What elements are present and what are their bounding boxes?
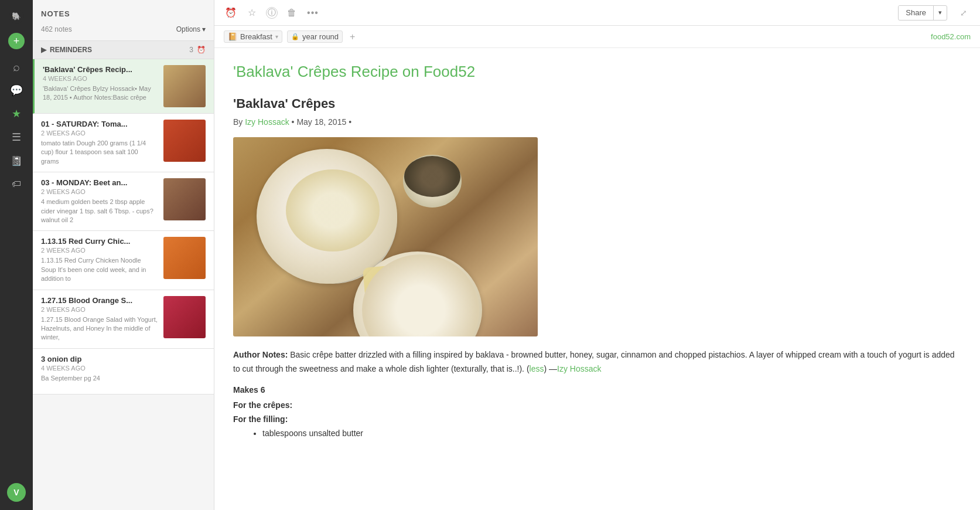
note-main-title: 'Baklava' Crêpes Recipe on Food52 — [233, 62, 961, 82]
share-button[interactable]: Share — [899, 6, 933, 19]
filling-section-title: For the filling: — [233, 414, 961, 424]
notes-count-row: 462 notes Options ▾ — [41, 23, 206, 36]
toolbar: ⏰ ☆ ⓘ 🗑 ••• Share ▾ ⤢ — [214, 0, 980, 26]
note-date: 4 WEEKS AGO — [43, 75, 158, 82]
tag-label: year round — [302, 32, 339, 41]
chevron-right-icon: ▶ — [41, 46, 46, 54]
note-date: 2 WEEKS AGO — [41, 188, 158, 195]
recipe-title: 'Baklava' Crêpes — [233, 96, 961, 111]
tags-nav-icon[interactable]: 🏷 — [6, 174, 27, 195]
crepes-section-title: For the crêpes: — [233, 400, 961, 410]
note-date: 2 WEEKS AGO — [41, 306, 158, 313]
note-text: 01 - SATURDAY: Toma... 2 WEEKS AGO tomat… — [41, 120, 158, 166]
note-title: 1.27.15 Blood Orange S... — [41, 296, 158, 305]
note-preview: 1.27.15 Blood Orange Salad with Yogurt, … — [41, 315, 158, 342]
author-prefix: By — [233, 117, 243, 127]
note-date: 2 WEEKS AGO — [41, 130, 158, 137]
note-preview: 1.13.15 Red Curry Chicken Noodle Soup It… — [41, 256, 158, 283]
expand-button[interactable]: ⤢ — [957, 6, 971, 20]
list-item[interactable]: 'Baklava' Crêpes Recip... 4 WEEKS AGO 'B… — [33, 59, 214, 114]
note-text: 'Baklava' Crêpes Recip... 4 WEEKS AGO 'B… — [43, 65, 158, 107]
trash-icon[interactable]: 🗑 — [285, 6, 299, 20]
source-link[interactable]: food52.com — [931, 32, 971, 41]
notebook-label: Breakfast — [240, 32, 272, 41]
note-text: 1.13.15 Red Curry Chic... 2 WEEKS AGO 1.… — [41, 237, 158, 283]
note-thumbnail — [163, 120, 206, 162]
note-title: 01 - SATURDAY: Toma... — [41, 120, 158, 128]
author-date: May 18, 2015 — [296, 117, 346, 127]
reminders-label: REMINDERS — [50, 46, 92, 54]
note-thumbnail — [163, 296, 206, 338]
reminders-row[interactable]: ▶ REMINDERS 3 ⏰ — [33, 40, 214, 59]
note-text: 03 - MONDAY: Beet an... 2 WEEKS AGO 4 me… — [41, 178, 158, 225]
list-item[interactable]: 01 - SATURDAY: Toma... 2 WEEKS AGO tomat… — [33, 114, 214, 172]
user-avatar[interactable]: V — [6, 482, 27, 503]
notebook-chevron-icon: ▾ — [275, 33, 278, 40]
new-note-button[interactable]: + — [8, 33, 25, 49]
note-thumbnail — [163, 237, 206, 279]
recipe-author: By Izy Hossack • May 18, 2015 • — [233, 117, 961, 127]
share-button-group: Share ▾ — [898, 5, 947, 21]
add-tag-button[interactable]: + — [347, 30, 357, 43]
note-text: 1.27.15 Blood Orange S... 2 WEEKS AGO 1.… — [41, 296, 158, 342]
recipe-notes: Author Notes: Basic crêpe batter drizzle… — [233, 348, 961, 376]
options-button[interactable]: Options ▾ — [176, 25, 206, 33]
notes-panel: NOTES 462 notes Options ▾ ▶ REMINDERS 3 … — [33, 0, 214, 510]
author-link[interactable]: Izy Hossack — [245, 117, 289, 127]
note-title: 1.13.15 Red Curry Chic... — [41, 237, 158, 246]
svg-text:🐘: 🐘 — [12, 12, 21, 21]
list-item[interactable]: 1.27.15 Blood Orange S... 2 WEEKS AGO 1.… — [33, 290, 214, 349]
search-nav-icon[interactable]: ⌕ — [6, 56, 27, 77]
note-text: 3 onion dip 4 WEEKS AGO Ba September pg … — [41, 355, 206, 388]
notes-header: NOTES 462 notes Options ▾ — [33, 0, 214, 40]
tag-year-round[interactable]: 🔒 year round — [287, 30, 343, 43]
notebook-icon: 📔 — [228, 32, 237, 41]
list-item[interactable]: 03 - MONDAY: Beet an... 2 WEEKS AGO 4 me… — [33, 172, 214, 231]
tag-row: 📔 Breakfast ▾ 🔒 year round + food52.com — [214, 26, 980, 48]
info-icon[interactable]: ⓘ — [266, 7, 278, 19]
note-preview: 'Baklava' Crêpes ByIzy Hossack• May 18, … — [43, 84, 158, 103]
notes-list: 'Baklava' Crêpes Recip... 4 WEEKS AGO 'B… — [33, 59, 214, 510]
app-logo: 🐘 — [7, 7, 26, 26]
note-content-area: 'Baklava' Crêpes Recipe on Food52 'Bakla… — [214, 48, 980, 510]
note-preview: 4 medium golden beets 2 tbsp apple cider… — [41, 198, 158, 225]
main-content: ⏰ ☆ ⓘ 🗑 ••• Share ▾ ⤢ 📔 Breakfast ▾ 🔒 ye… — [214, 0, 980, 510]
icon-sidebar: 🐘 + ⌕ 💬 ★ ☰ 📓 🏷 V — [0, 0, 33, 510]
reminders-right: 3 ⏰ — [189, 46, 206, 54]
share-chevron-icon[interactable]: ▾ — [934, 6, 947, 19]
bullet-item: tablespoons unsalted butter — [262, 429, 961, 438]
reminders-left: ▶ REMINDERS — [41, 46, 92, 54]
reminders-count: 3 — [189, 46, 193, 54]
note-date: 4 WEEKS AGO — [41, 365, 206, 372]
note-date: 2 WEEKS AGO — [41, 247, 158, 254]
author-notes-link[interactable]: Izy Hossack — [557, 364, 601, 373]
note-title: 3 onion dip — [41, 355, 206, 363]
note-title: 03 - MONDAY: Beet an... — [41, 178, 158, 187]
list-item[interactable]: 3 onion dip 4 WEEKS AGO Ba September pg … — [33, 349, 214, 395]
starred-nav-icon[interactable]: ★ — [6, 103, 27, 124]
note-thumbnail — [163, 65, 206, 107]
note-thumbnail — [163, 178, 206, 220]
notes-count: 462 notes — [41, 25, 72, 33]
less-link[interactable]: less — [530, 364, 544, 373]
note-title: 'Baklava' Crêpes Recip... — [43, 65, 158, 74]
notes-end: ) — — [544, 364, 557, 373]
shortcuts-nav-icon[interactable]: 💬 — [6, 80, 27, 101]
notebook-tag[interactable]: 📔 Breakfast ▾ — [224, 30, 282, 43]
notes-nav-icon[interactable]: ☰ — [6, 127, 27, 148]
note-preview: tomato tatin Dough 200 grams (1 1/4 cup)… — [41, 139, 158, 166]
note-preview: Ba September pg 24 — [41, 374, 206, 383]
alarm-reminders-icon: ⏰ — [197, 46, 206, 54]
recipe-makes: Makes 6 — [233, 385, 961, 395]
recipe-image — [233, 137, 538, 336]
lock-icon: 🔒 — [291, 33, 299, 40]
more-icon[interactable]: ••• — [306, 6, 320, 20]
notebooks-nav-icon[interactable]: 📓 — [6, 150, 27, 171]
list-item[interactable]: 1.13.15 Red Curry Chic... 2 WEEKS AGO 1.… — [33, 231, 214, 290]
notes-panel-title: NOTES — [41, 9, 206, 18]
alarm-icon[interactable]: ⏰ — [224, 6, 238, 20]
author-bullet: • — [349, 117, 351, 127]
author-notes-strong: Author Notes: — [233, 350, 288, 359]
star-icon[interactable]: ☆ — [245, 6, 259, 20]
